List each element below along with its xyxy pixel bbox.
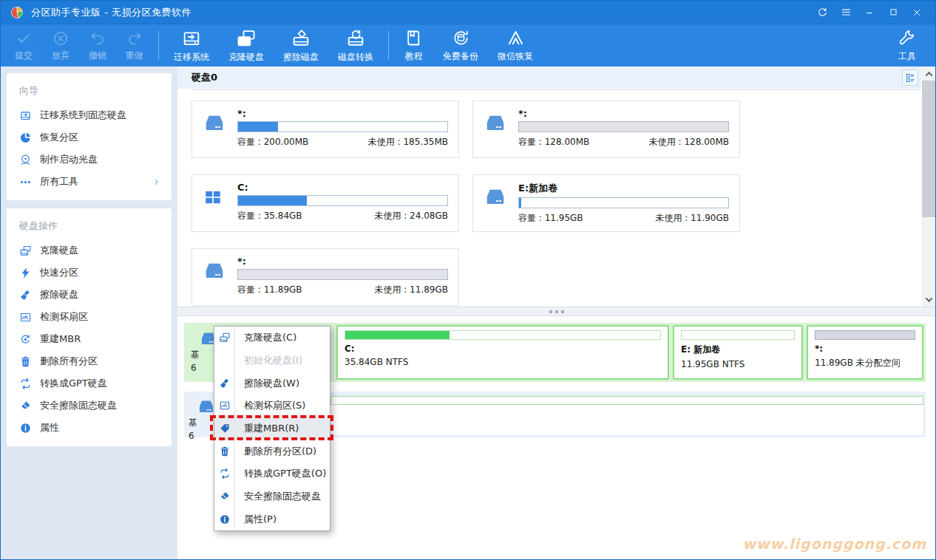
menu-item-secure-erase-ssd[interactable]: 安全擦除固态硬盘 <box>214 485 330 508</box>
info-icon <box>19 422 32 434</box>
sidebar-item-quick-partition[interactable]: 快速分区 <box>7 262 172 284</box>
sidebar-item-clone-disk[interactable]: 克隆硬盘 <box>7 239 172 262</box>
disk-convert-icon <box>345 28 366 49</box>
sidebar-item-rebuild-mbr[interactable]: 重建MBR <box>7 328 172 350</box>
sidebar-item-check-bad-sectors[interactable]: 检测坏扇区 <box>7 306 172 328</box>
sidebar-item-secure-erase-ssd[interactable]: 安全擦除固态硬盘 <box>7 395 172 417</box>
sidebar-item-wipe-disk[interactable]: 擦除硬盘 <box>7 284 172 306</box>
lightning-icon <box>19 267 32 279</box>
trash-icon <box>19 355 32 368</box>
view-toggle-button[interactable] <box>902 69 918 86</box>
drive-icon <box>484 182 509 225</box>
partition-name: C: <box>237 182 448 193</box>
scroll-up-arrow[interactable] <box>922 68 935 80</box>
refresh-icon[interactable] <box>813 4 832 21</box>
menu-item-check-bad-sectors[interactable]: 检测坏扇区(S) <box>214 395 330 417</box>
toolbar: 提交 放弃 撤销 重做 迁移系统 克隆硬盘 擦除磁盘 磁盘转换 教程 免费备份 … <box>1 24 935 66</box>
migrate-os-button[interactable]: 迁移系统 <box>164 24 219 66</box>
sidebar: 向导 迁移系统到固态硬盘 恢复分区 制作启动光盘 所有工具 硬盘操作 <box>1 66 177 559</box>
unused-value: 未使用 : 11.90GB <box>655 212 729 225</box>
menu-item-convert-to-gpt[interactable]: 转换成GPT硬盘(O) <box>214 462 330 485</box>
broom-icon <box>214 372 234 395</box>
commit-button[interactable]: 提交 <box>5 24 42 66</box>
window-title: 分区助手专业版 - 无损分区免费软件 <box>31 6 191 19</box>
scrollbar-thumb[interactable] <box>922 81 935 217</box>
sidebar-item-convert-to-gpt[interactable]: 转换成GPT硬盘 <box>7 372 172 395</box>
partition-name: *: <box>518 108 729 119</box>
wrench-icon <box>898 29 917 48</box>
wechat-recovery-button[interactable]: 微信恢复 <box>488 24 543 66</box>
discard-button[interactable]: 放弃 <box>42 24 79 66</box>
empty-icon-slot <box>214 349 234 372</box>
partition-card[interactable]: *: 容量 : 128.00MB 未使用 : 128.00MB <box>472 100 740 158</box>
partition-block-c[interactable]: C: 35.84GB NTFS <box>336 325 669 380</box>
close-button[interactable] <box>907 4 926 21</box>
partition-card[interactable]: E:新加卷 容量 : 11.95GB 未使用 : 11.90GB <box>472 174 740 232</box>
broom-icon <box>19 289 32 301</box>
drive-icon <box>203 256 228 298</box>
sidebar-item-recover-partition[interactable]: 恢复分区 <box>7 126 172 148</box>
partition-block-unallocated[interactable]: *: 11.89GB 未分配空间 <box>807 325 923 380</box>
convert-arrows-icon <box>19 378 32 390</box>
info-icon <box>214 508 234 531</box>
menu-item-delete-all-partitions[interactable]: 删除所有分区(D) <box>214 440 330 462</box>
eraser-icon <box>19 400 32 412</box>
surface-test-icon <box>214 395 234 417</box>
capacity-value: 容量 : 128.00MB <box>518 136 589 148</box>
unused-value: 未使用 : 128.00MB <box>649 136 729 148</box>
pie-chart-icon <box>19 132 32 144</box>
menu-item-wipe-disk[interactable]: 擦除硬盘(W) <box>214 372 330 395</box>
splitter-grip-icon <box>555 310 558 313</box>
sidebar-item-make-bootable-media[interactable]: 制作启动光盘 <box>7 148 172 171</box>
capacity-value: 容量 : 11.95GB <box>518 212 583 225</box>
partition-block-e[interactable]: E: 新加卷 11.95GB NTFS <box>673 325 803 380</box>
redo-button[interactable]: 重做 <box>116 24 153 66</box>
usage-bar <box>330 396 923 405</box>
capacity-value: 容量 : 35.84GB <box>237 210 302 222</box>
sidebar-item-all-tools[interactable]: 所有工具 <box>7 171 172 193</box>
rebuild-mbr-icon <box>19 333 32 346</box>
partition-block-empty[interactable] <box>330 396 923 435</box>
partition-name: *: <box>237 256 448 267</box>
sidebar-item-delete-all-partitions[interactable]: 删除所有分区 <box>7 350 172 372</box>
wipe-disk-button[interactable]: 擦除磁盘 <box>274 24 328 66</box>
partition-card[interactable]: C: 容量 : 35.84GB 未使用 : 24.08GB <box>191 174 459 232</box>
capacity-bar <box>237 121 448 132</box>
sidebar-item-properties[interactable]: 属性 <box>7 417 172 439</box>
partition-card[interactable]: *: 容量 : 200.00MB 未使用 : 185.35MB <box>191 100 459 158</box>
minimize-button[interactable] <box>860 4 879 21</box>
clone-disk-icon <box>236 28 257 49</box>
capacity-bar <box>237 269 448 280</box>
tutorial-button[interactable]: 教程 <box>394 24 433 66</box>
toolbar-separator <box>158 31 159 60</box>
panel-splitter[interactable] <box>177 307 935 316</box>
partition-cards-panel: 硬盘0 *: 容量 : 200.00MB 未使用 : 185.35MB <box>177 66 935 307</box>
clone-disk-button[interactable]: 克隆硬盘 <box>219 24 274 66</box>
backup-icon <box>451 28 471 48</box>
vertical-scrollbar[interactable] <box>922 66 935 307</box>
disk-header: 硬盘0 <box>177 66 921 89</box>
disk-header-label: 硬盘0 <box>191 71 217 84</box>
ellipsis-icon <box>19 176 32 188</box>
book-icon <box>404 28 424 48</box>
chevron-right-icon <box>152 178 160 186</box>
undo-button[interactable]: 撤销 <box>79 24 116 66</box>
menu-item-initialize-disk[interactable]: 初始化硬盘(I) <box>214 349 330 372</box>
unused-value: 未使用 : 185.35MB <box>368 136 448 148</box>
menu-item-clone-disk[interactable]: 克隆硬盘(C) <box>214 327 330 349</box>
partition-card[interactable]: *: 容量 : 11.89GB 未使用 : 11.89GB <box>191 248 459 306</box>
hamburger-menu-icon[interactable] <box>836 4 855 21</box>
bootable-disc-icon <box>19 154 32 166</box>
sidebar-section-disk-operations: 硬盘操作 克隆硬盘 快速分区 擦除硬盘 检测坏扇区 重建MBR <box>7 208 172 446</box>
menu-item-properties[interactable]: 属性(P) <box>214 508 330 531</box>
maximize-button[interactable] <box>884 4 903 21</box>
eraser-icon <box>214 485 234 508</box>
partition-name: *: <box>237 108 448 119</box>
free-backup-button[interactable]: 免费备份 <box>433 24 488 66</box>
trash-icon <box>214 440 234 462</box>
drive-icon <box>484 108 509 151</box>
sidebar-item-migrate-os-to-ssd[interactable]: 迁移系统到固态硬盘 <box>7 104 172 126</box>
tools-button[interactable]: 工具 <box>888 24 926 66</box>
scroll-down-arrow[interactable] <box>922 293 935 305</box>
disk-convert-button[interactable]: 磁盘转换 <box>328 24 383 66</box>
